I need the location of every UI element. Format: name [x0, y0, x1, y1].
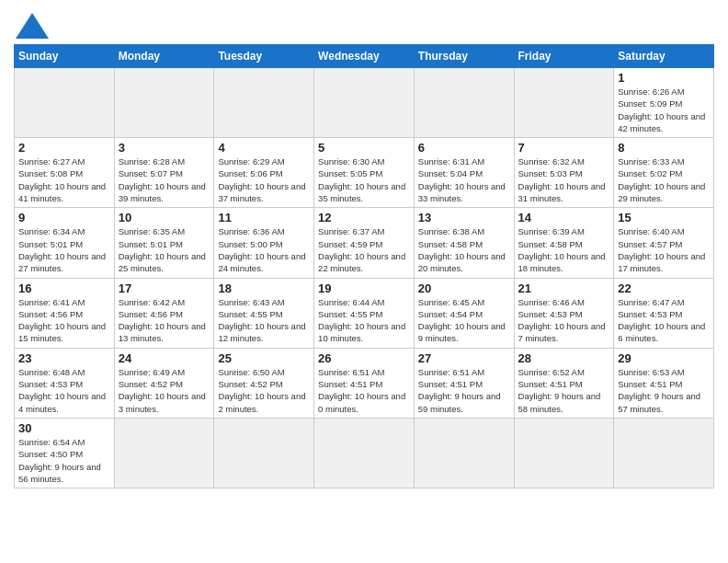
weekday-header-wednesday: Wednesday: [314, 45, 415, 68]
week-row-2: 2Sunrise: 6:27 AMSunset: 5:08 PMDaylight…: [15, 138, 714, 208]
day-info: Sunrise: 6:26 AMSunset: 5:09 PMDaylight:…: [618, 86, 710, 134]
logo-icon: [16, 13, 49, 39]
day-cell-empty: [414, 68, 514, 138]
day-cell-9: 9Sunrise: 6:34 AMSunset: 5:01 PMDaylight…: [15, 208, 115, 278]
day-number: 2: [18, 141, 110, 155]
day-cell-empty: [614, 418, 714, 488]
day-number: 6: [418, 141, 510, 155]
day-cell-empty: [514, 418, 614, 488]
day-info: Sunrise: 6:54 AMSunset: 4:50 PMDaylight:…: [18, 436, 110, 485]
day-info: Sunrise: 6:31 AMSunset: 5:04 PMDaylight:…: [418, 155, 510, 204]
day-number: 10: [119, 211, 210, 224]
day-cell-7: 7Sunrise: 6:32 AMSunset: 5:03 PMDaylight…: [514, 138, 614, 208]
day-info: Sunrise: 6:46 AMSunset: 4:53 PMDaylight:…: [518, 296, 610, 345]
day-info: Sunrise: 6:49 AMSunset: 4:52 PMDaylight:…: [119, 366, 210, 415]
logo: [14, 13, 49, 39]
day-cell-15: 15Sunrise: 6:40 AMSunset: 4:57 PMDayligh…: [614, 208, 714, 278]
day-info: Sunrise: 6:40 AMSunset: 4:57 PMDaylight:…: [618, 225, 710, 274]
day-cell-8: 8Sunrise: 6:33 AMSunset: 5:02 PMDaylight…: [614, 138, 714, 208]
day-cell-16: 16Sunrise: 6:41 AMSunset: 4:56 PMDayligh…: [15, 278, 115, 348]
day-info: Sunrise: 6:33 AMSunset: 5:02 PMDaylight:…: [618, 155, 710, 204]
day-cell-empty: [114, 418, 214, 488]
day-info: Sunrise: 6:53 AMSunset: 4:51 PMDaylight:…: [618, 366, 710, 415]
day-cell-5: 5Sunrise: 6:30 AMSunset: 5:05 PMDaylight…: [314, 138, 415, 208]
day-cell-2: 2Sunrise: 6:27 AMSunset: 5:08 PMDaylight…: [15, 138, 115, 208]
day-cell-3: 3Sunrise: 6:28 AMSunset: 5:07 PMDaylight…: [114, 138, 214, 208]
weekday-header-sunday: Sunday: [15, 45, 115, 68]
day-cell-14: 14Sunrise: 6:39 AMSunset: 4:58 PMDayligh…: [514, 208, 614, 278]
day-info: Sunrise: 6:32 AMSunset: 5:03 PMDaylight:…: [518, 155, 610, 204]
day-cell-20: 20Sunrise: 6:45 AMSunset: 4:54 PMDayligh…: [414, 278, 514, 348]
day-number: 4: [218, 141, 310, 155]
day-number: 1: [618, 71, 710, 85]
day-number: 25: [218, 351, 310, 365]
day-cell-17: 17Sunrise: 6:42 AMSunset: 4:56 PMDayligh…: [114, 278, 214, 348]
weekday-header-tuesday: Tuesday: [214, 45, 314, 68]
day-cell-29: 29Sunrise: 6:53 AMSunset: 4:51 PMDayligh…: [614, 348, 714, 418]
day-cell-empty: [414, 418, 514, 488]
day-info: Sunrise: 6:35 AMSunset: 5:01 PMDaylight:…: [119, 225, 210, 274]
day-number: 12: [318, 211, 410, 224]
svg-marker-0: [16, 13, 49, 39]
calendar-table: SundayMondayTuesdayWednesdayThursdayFrid…: [14, 44, 714, 488]
day-number: 23: [18, 351, 110, 365]
day-cell-23: 23Sunrise: 6:48 AMSunset: 4:53 PMDayligh…: [15, 348, 115, 418]
day-cell-4: 4Sunrise: 6:29 AMSunset: 5:06 PMDaylight…: [214, 138, 314, 208]
day-number: 17: [119, 282, 210, 295]
day-cell-25: 25Sunrise: 6:50 AMSunset: 4:52 PMDayligh…: [214, 348, 314, 418]
day-cell-empty: [214, 418, 314, 488]
day-number: 27: [418, 351, 510, 365]
day-number: 29: [618, 351, 710, 365]
day-number: 9: [18, 211, 110, 224]
day-cell-26: 26Sunrise: 6:51 AMSunset: 4:51 PMDayligh…: [314, 348, 415, 418]
day-cell-1: 1Sunrise: 6:26 AMSunset: 5:09 PMDaylight…: [614, 68, 714, 138]
week-row-4: 16Sunrise: 6:41 AMSunset: 4:56 PMDayligh…: [15, 278, 714, 348]
day-cell-22: 22Sunrise: 6:47 AMSunset: 4:53 PMDayligh…: [614, 278, 714, 348]
weekday-header-thursday: Thursday: [414, 45, 514, 68]
weekday-header-saturday: Saturday: [614, 45, 714, 68]
week-row-3: 9Sunrise: 6:34 AMSunset: 5:01 PMDaylight…: [15, 208, 714, 278]
day-cell-empty: [15, 68, 115, 138]
weekday-header-monday: Monday: [114, 45, 214, 68]
day-info: Sunrise: 6:43 AMSunset: 4:55 PMDaylight:…: [218, 296, 310, 345]
day-number: 26: [318, 351, 410, 365]
calendar-page: SundayMondayTuesdayWednesdayThursdayFrid…: [0, 0, 728, 563]
week-row-1: 1Sunrise: 6:26 AMSunset: 5:09 PMDaylight…: [15, 68, 714, 138]
day-cell-21: 21Sunrise: 6:46 AMSunset: 4:53 PMDayligh…: [514, 278, 614, 348]
day-info: Sunrise: 6:50 AMSunset: 4:52 PMDaylight:…: [218, 366, 310, 415]
day-number: 11: [218, 211, 310, 224]
day-info: Sunrise: 6:37 AMSunset: 4:59 PMDaylight:…: [318, 225, 410, 274]
day-info: Sunrise: 6:44 AMSunset: 4:55 PMDaylight:…: [318, 296, 410, 345]
day-cell-19: 19Sunrise: 6:44 AMSunset: 4:55 PMDayligh…: [314, 278, 415, 348]
day-cell-empty: [314, 68, 415, 138]
day-info: Sunrise: 6:52 AMSunset: 4:51 PMDaylight:…: [518, 366, 610, 415]
day-cell-24: 24Sunrise: 6:49 AMSunset: 4:52 PMDayligh…: [114, 348, 214, 418]
day-info: Sunrise: 6:51 AMSunset: 4:51 PMDaylight:…: [418, 366, 510, 415]
day-cell-30: 30Sunrise: 6:54 AMSunset: 4:50 PMDayligh…: [15, 418, 115, 488]
day-number: 8: [618, 141, 710, 155]
day-cell-11: 11Sunrise: 6:36 AMSunset: 5:00 PMDayligh…: [214, 208, 314, 278]
day-cell-12: 12Sunrise: 6:37 AMSunset: 4:59 PMDayligh…: [314, 208, 415, 278]
day-number: 14: [518, 211, 610, 224]
day-number: 15: [618, 211, 710, 224]
day-number: 13: [418, 211, 510, 224]
day-info: Sunrise: 6:34 AMSunset: 5:01 PMDaylight:…: [18, 225, 110, 274]
week-row-6: 30Sunrise: 6:54 AMSunset: 4:50 PMDayligh…: [15, 418, 714, 488]
day-cell-13: 13Sunrise: 6:38 AMSunset: 4:58 PMDayligh…: [414, 208, 514, 278]
day-cell-empty: [114, 68, 214, 138]
day-cell-27: 27Sunrise: 6:51 AMSunset: 4:51 PMDayligh…: [414, 348, 514, 418]
day-info: Sunrise: 6:51 AMSunset: 4:51 PMDaylight:…: [318, 366, 410, 415]
day-number: 30: [18, 421, 110, 435]
day-info: Sunrise: 6:29 AMSunset: 5:06 PMDaylight:…: [218, 155, 310, 204]
day-cell-28: 28Sunrise: 6:52 AMSunset: 4:51 PMDayligh…: [514, 348, 614, 418]
day-cell-10: 10Sunrise: 6:35 AMSunset: 5:01 PMDayligh…: [114, 208, 214, 278]
day-cell-6: 6Sunrise: 6:31 AMSunset: 5:04 PMDaylight…: [414, 138, 514, 208]
day-info: Sunrise: 6:42 AMSunset: 4:56 PMDaylight:…: [119, 296, 210, 345]
day-info: Sunrise: 6:48 AMSunset: 4:53 PMDaylight:…: [18, 366, 110, 415]
day-number: 22: [618, 282, 710, 295]
day-cell-empty: [514, 68, 614, 138]
day-info: Sunrise: 6:45 AMSunset: 4:54 PMDaylight:…: [418, 296, 510, 345]
day-info: Sunrise: 6:30 AMSunset: 5:05 PMDaylight:…: [318, 155, 410, 204]
day-number: 18: [218, 282, 310, 295]
day-number: 5: [318, 141, 410, 155]
